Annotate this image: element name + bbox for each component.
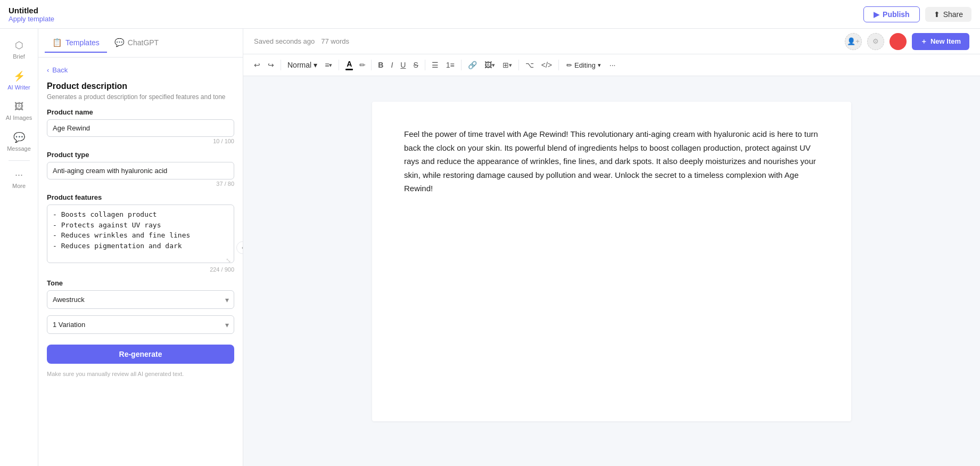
sidebar-item-ai-writer[interactable]: ⚡ AI Writer <box>3 66 35 95</box>
panel-content: ‹ Back Product description Generates a p… <box>38 58 243 466</box>
product-features-wrapper: - Boosts collagen product - Protects aga… <box>47 205 234 265</box>
sidebar-label-more: More <box>12 183 26 189</box>
new-item-button[interactable]: ＋ New Item <box>912 33 969 50</box>
code-button[interactable]: </> <box>538 59 555 71</box>
new-item-icon: ＋ <box>920 37 927 46</box>
tone-select[interactable]: Awestruck Professional Casual Funny Seri… <box>47 290 234 309</box>
undo-button[interactable]: ↩ <box>251 59 263 71</box>
settings-icon: ⚙ <box>872 37 879 45</box>
section-title: Product description <box>47 81 234 91</box>
back-label: Back <box>52 66 68 74</box>
tab-templates[interactable]: 📋 Templates <box>45 34 107 53</box>
editor-content[interactable]: Feel the power of time travel with Age R… <box>243 76 980 466</box>
share-button[interactable]: ⬆ Share <box>925 7 971 22</box>
templates-tab-icon: 📋 <box>52 38 62 47</box>
chatgpt-tab-label: ChatGPT <box>128 38 159 47</box>
italic-button[interactable]: I <box>388 59 396 71</box>
editor-page: Feel the power of time travel with Age R… <box>372 102 851 421</box>
sidebar-item-ai-images[interactable]: 🖼 AI Images <box>3 97 35 125</box>
disclaimer-text: Make sure you manually review all AI gen… <box>47 370 234 378</box>
image-icon: 🖼 <box>484 61 492 69</box>
undo-icon: ↩ <box>254 61 260 69</box>
editing-mode-button[interactable]: ✏ Editing ▾ <box>562 59 605 71</box>
product-name-input[interactable] <box>47 119 234 137</box>
redo-icon: ↪ <box>268 61 274 69</box>
toolbar-divider-6 <box>518 60 519 70</box>
image-button[interactable]: 🖼 ▾ <box>481 59 498 71</box>
toolbar-divider-1 <box>281 60 281 70</box>
sidebar-item-message[interactable]: 💬 Message <box>3 127 35 156</box>
publish-button[interactable]: ▶ Publish <box>863 6 920 22</box>
table-button[interactable]: ⊞ ▾ <box>499 59 515 71</box>
font-color-button[interactable]: A <box>342 58 356 72</box>
bullet-list-button[interactable]: ☰ <box>429 59 442 71</box>
product-features-label: Product features <box>47 193 234 201</box>
apply-template-link[interactable]: Apply template <box>9 15 54 23</box>
bold-button[interactable]: B <box>375 59 386 71</box>
editor-topbar: Saved seconds ago 77 words 👤+ ⚙ ＋ New It… <box>243 29 980 54</box>
document-title: Untitled <box>9 6 54 15</box>
code-icon: </> <box>541 61 552 69</box>
format-select-label: Normal <box>287 61 311 69</box>
redo-button[interactable]: ↪ <box>265 59 277 71</box>
more-options-icon: ··· <box>610 61 616 69</box>
variation-select[interactable]: 1 Variation 2 Variations 3 Variations <box>47 315 234 334</box>
more-options-button[interactable]: ··· <box>606 59 619 71</box>
product-features-textarea[interactable]: - Boosts collagen product - Protects aga… <box>47 205 234 263</box>
special-chars-button[interactable]: ⌥ <box>522 59 537 71</box>
underline-icon: U <box>400 61 406 69</box>
icon-sidebar: ⬡ Brief ⚡ AI Writer 🖼 AI Images 💬 Messag… <box>0 29 38 466</box>
format-select-chevron-icon: ▾ <box>314 61 317 69</box>
top-bar-actions: ▶ Publish ⬆ Share <box>863 6 971 22</box>
sidebar-label-ai-images: AI Images <box>6 115 32 121</box>
format-select-button[interactable]: Normal ▾ <box>284 59 320 71</box>
product-name-label: Product name <box>47 108 234 116</box>
sidebar-item-more[interactable]: ··· More <box>3 165 35 193</box>
highlight-button[interactable]: ✏ <box>357 59 368 71</box>
sidebar-label-ai-writer: AI Writer <box>7 84 30 91</box>
editor-toolbar: ↩ ↪ Normal ▾ ≡ ▾ A ✏ B <box>243 54 980 76</box>
align-button[interactable]: ≡ ▾ <box>322 59 335 71</box>
toolbar-divider-4 <box>425 60 425 70</box>
textarea-resize-handle[interactable]: ⤡ <box>226 257 233 264</box>
link-button[interactable]: 🔗 <box>465 59 480 71</box>
font-color-icon: A <box>347 60 352 68</box>
toolbar-divider-3 <box>371 60 372 70</box>
tone-label: Tone <box>47 279 234 287</box>
tab-chatgpt[interactable]: 💬 ChatGPT <box>107 34 166 53</box>
share-label: Share <box>943 10 963 19</box>
sidebar-label-message: Message <box>7 145 31 152</box>
product-type-label: Product type <box>47 151 234 159</box>
editing-pencil-icon: ✏ <box>566 61 572 69</box>
editor-body-text[interactable]: Feel the power of time travel with Age R… <box>404 127 819 195</box>
product-features-count: 224 / 900 <box>47 266 234 273</box>
sidebar-label-brief: Brief <box>13 53 25 60</box>
strikethrough-button[interactable]: S <box>410 59 421 71</box>
product-name-count: 10 / 100 <box>47 138 234 144</box>
top-bar: Untitled Apply template ▶ Publish ⬆ Shar… <box>0 0 980 29</box>
editor-actions: 👤+ ⚙ ＋ New Item <box>845 33 969 50</box>
toolbar-divider-2 <box>339 60 339 70</box>
word-count: 77 words <box>321 37 349 45</box>
ai-writer-icon: ⚡ <box>13 70 25 82</box>
section-desc: Generates a product description for spec… <box>47 93 234 101</box>
back-button[interactable]: ‹ Back <box>47 66 234 74</box>
publish-label: Publish <box>883 10 910 19</box>
more-icon: ··· <box>15 169 23 181</box>
regenerate-button[interactable]: Re-generate <box>47 345 234 364</box>
underline-button[interactable]: U <box>397 59 409 71</box>
main-layout: ⬡ Brief ⚡ AI Writer 🖼 AI Images 💬 Messag… <box>0 29 980 466</box>
add-user-icon: 👤+ <box>847 37 860 45</box>
product-type-input[interactable] <box>47 162 234 179</box>
user-avatar <box>890 33 907 50</box>
settings-button[interactable]: ⚙ <box>867 33 884 50</box>
toolbar-divider-7 <box>558 60 559 70</box>
back-icon: ‹ <box>47 66 49 74</box>
sidebar-item-brief[interactable]: ⬡ Brief <box>3 35 35 64</box>
link-icon: 🔗 <box>468 61 477 69</box>
panel: 📋 Templates 💬 ChatGPT ‹ ‹ Back Product d… <box>38 29 243 466</box>
add-user-button[interactable]: 👤+ <box>845 33 862 50</box>
tone-select-wrapper: Awestruck Professional Casual Funny Seri… <box>47 290 234 309</box>
ordered-list-button[interactable]: 1≡ <box>443 59 458 71</box>
editor-area: Saved seconds ago 77 words 👤+ ⚙ ＋ New It… <box>243 29 980 466</box>
